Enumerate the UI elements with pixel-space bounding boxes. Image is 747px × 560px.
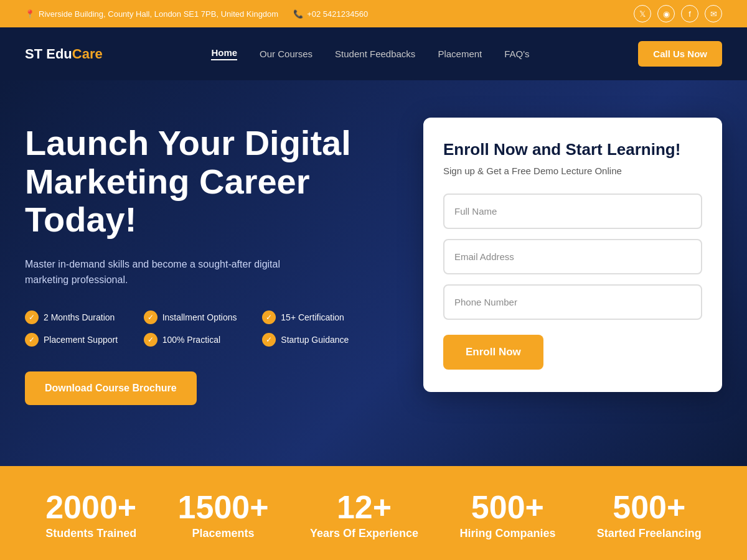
feature-certification: ✓ 15+ Certification	[262, 310, 374, 324]
stats-bar: 2000+ Students Trained 1500+ Placements …	[0, 466, 747, 560]
feature-label-6: Startup Guidance	[281, 335, 349, 345]
nav-placement[interactable]: Placement	[438, 49, 482, 59]
email-input[interactable]	[443, 239, 702, 274]
stat-placements: 1500+ Placements	[178, 491, 269, 540]
feature-duration: ✓ 2 Months Duration	[25, 310, 136, 324]
feature-label-3: 15+ Certification	[281, 312, 344, 322]
stat-hiring: 500+ Hiring Companies	[459, 491, 555, 540]
stat-experience: 12+ Years Of Experience	[310, 491, 418, 540]
feature-practical: ✓ 100% Practical	[144, 333, 255, 347]
feature-label-5: 100% Practical	[162, 335, 220, 345]
check-icon-5: ✓	[144, 333, 157, 347]
instagram-icon[interactable]: ◉	[657, 5, 675, 22]
hero-left: Launch Your Digital Marketing Career Tod…	[25, 118, 374, 405]
feature-installment: ✓ Installment Options	[144, 310, 255, 324]
top-bar-left: 📍 Riverside Building, County Hall, Londo…	[25, 9, 368, 19]
nav-home[interactable]: Home	[211, 47, 237, 60]
features-grid: ✓ 2 Months Duration ✓ Installment Option…	[25, 310, 374, 347]
facebook-icon[interactable]: f	[681, 5, 698, 22]
phone-icon: 📞	[293, 9, 303, 19]
stat-experience-number: 12+	[310, 491, 418, 523]
check-icon-4: ✓	[25, 333, 39, 347]
feature-label-2: Installment Options	[162, 312, 237, 322]
stat-placements-number: 1500+	[178, 491, 269, 523]
nav-courses[interactable]: Our Courses	[260, 49, 312, 59]
stat-students-number: 2000+	[45, 491, 136, 523]
nav-faq[interactable]: FAQ's	[504, 49, 529, 59]
stat-students: 2000+ Students Trained	[45, 491, 136, 540]
feature-placement: ✓ Placement Support	[25, 333, 136, 347]
check-icon-3: ✓	[262, 310, 276, 324]
social-icons: 𝕏 ◉ f ✉	[634, 5, 722, 22]
download-brochure-button[interactable]: Download Course Brochure	[25, 371, 197, 405]
top-bar: 📍 Riverside Building, County Hall, Londo…	[0, 0, 747, 27]
form-subtitle: Sign up & Get a Free Demo Lecture Online	[443, 166, 702, 176]
stat-hiring-label: Hiring Companies	[459, 527, 555, 540]
feature-startup: ✓ Startup Guidance	[262, 333, 374, 347]
logo-care: Care	[72, 46, 103, 62]
address-text: Riverside Building, County Hall, London …	[39, 9, 278, 19]
stat-placements-label: Placements	[178, 527, 269, 540]
check-icon-1: ✓	[25, 310, 39, 324]
call-us-now-button[interactable]: Call Us Now	[638, 41, 722, 67]
enroll-now-button[interactable]: Enroll Now	[443, 335, 543, 370]
check-icon-6: ✓	[262, 333, 276, 347]
stat-freelancing-number: 500+	[597, 491, 702, 523]
email-icon[interactable]: ✉	[705, 5, 722, 22]
phone-contact: 📞 +02 5421234560	[293, 9, 368, 19]
logo: ST EduCare	[25, 46, 103, 62]
stat-freelancing: 500+ Started Freelancing	[597, 491, 702, 540]
hero-section: Launch Your Digital Marketing Career Tod…	[0, 80, 747, 466]
nav-feedbacks[interactable]: Student Feedbacks	[335, 49, 415, 59]
address-contact: 📍 Riverside Building, County Hall, Londo…	[25, 9, 278, 19]
phone-input[interactable]	[443, 284, 702, 320]
main-nav: Home Our Courses Student Feedbacks Place…	[211, 47, 529, 60]
enrollment-form-card: Enroll Now and Start Learning! Sign up &…	[423, 118, 722, 392]
stat-hiring-number: 500+	[459, 491, 555, 523]
hero-subtitle: Master in-demand skills and become a sou…	[25, 256, 324, 288]
form-title: Enroll Now and Start Learning!	[443, 140, 702, 159]
stat-freelancing-label: Started Freelancing	[597, 527, 702, 540]
feature-label-4: Placement Support	[44, 335, 118, 345]
location-icon: 📍	[25, 9, 35, 19]
header: ST EduCare Home Our Courses Student Feed…	[0, 27, 747, 80]
check-icon-2: ✓	[144, 310, 157, 324]
full-name-input[interactable]	[443, 194, 702, 229]
stat-students-label: Students Trained	[45, 527, 136, 540]
feature-label-1: 2 Months Duration	[44, 312, 115, 322]
phone-text: +02 5421234560	[307, 9, 368, 19]
twitter-icon[interactable]: 𝕏	[634, 5, 651, 22]
stat-experience-label: Years Of Experience	[310, 527, 418, 540]
hero-title: Launch Your Digital Marketing Career Tod…	[25, 124, 374, 239]
